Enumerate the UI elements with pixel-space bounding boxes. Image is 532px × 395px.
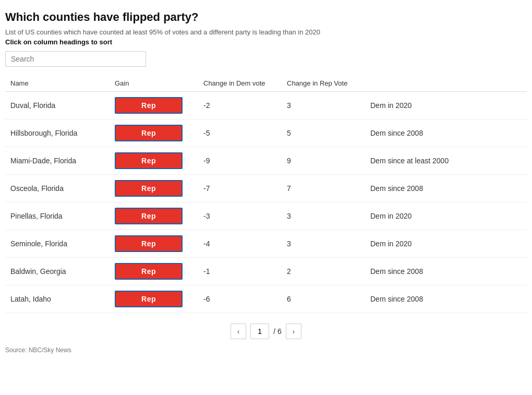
- rep-badge: Rep: [115, 125, 183, 141]
- rep-badge: Rep: [115, 235, 183, 252]
- table-row: Pinellas, FloridaRep-33Dem in 2020: [5, 202, 527, 230]
- rep-change-value: 2: [282, 258, 365, 285]
- county-history: Dem in 2020: [365, 92, 527, 119]
- county-history: Dem since 2008: [365, 285, 527, 313]
- table-row: Osceola, FloridaRep-77Dem since 2008: [5, 175, 527, 202]
- county-history: Dem since at least 2000: [365, 147, 527, 175]
- dem-change-value: -5: [198, 119, 282, 147]
- county-gain: Rep: [110, 147, 198, 175]
- county-name: Baldwin, Georgia: [5, 258, 110, 285]
- rep-change-value: 6: [282, 285, 365, 313]
- table-row: Latah, IdahoRep-66Dem since 2008: [5, 285, 527, 313]
- rep-badge: Rep: [115, 152, 183, 169]
- page-number-input[interactable]: [250, 324, 269, 339]
- rep-change-value: 3: [282, 230, 365, 258]
- pagination: ‹ / 6 ›: [5, 324, 527, 339]
- next-page-button[interactable]: ›: [286, 324, 301, 339]
- county-history: Dem in 2020: [365, 230, 527, 258]
- county-gain: Rep: [110, 230, 198, 258]
- page-total: / 6: [273, 327, 282, 336]
- rep-badge: Rep: [115, 208, 183, 224]
- county-gain: Rep: [110, 285, 198, 313]
- county-history: Dem since 2008: [365, 175, 527, 202]
- rep-change-value: 5: [282, 119, 365, 147]
- dem-change-value: -6: [198, 285, 282, 313]
- county-name: Hillsborough, Florida: [5, 119, 110, 147]
- table-row: Miami-Dade, FloridaRep-99Dem since at le…: [5, 147, 527, 175]
- page-title: Which counties have flipped party?: [5, 10, 527, 24]
- table-row: Seminole, FloridaRep-43Dem in 2020: [5, 230, 527, 258]
- col-header-rep-change[interactable]: Change in Rep Vote: [282, 75, 365, 92]
- col-header-dem-change[interactable]: Change in Dem vote: [198, 75, 282, 92]
- col-header-name[interactable]: Name: [5, 75, 110, 92]
- county-history: Dem in 2020: [365, 202, 527, 230]
- subtitle: List of US counties which have counted a…: [5, 28, 527, 36]
- county-gain: Rep: [110, 92, 198, 119]
- dem-change-value: -9: [198, 147, 282, 175]
- table-row: Duval, FloridaRep-23Dem in 2020: [5, 92, 527, 119]
- source-text: Source: NBC/Sky News: [5, 346, 527, 354]
- county-name: Miami-Dade, Florida: [5, 147, 110, 175]
- county-name: Pinellas, Florida: [5, 202, 110, 230]
- county-name: Seminole, Florida: [5, 230, 110, 258]
- county-name: Latah, Idaho: [5, 285, 110, 313]
- county-name: Osceola, Florida: [5, 175, 110, 202]
- table-row: Baldwin, GeorgiaRep-12Dem since 2008: [5, 258, 527, 285]
- sort-hint: Click on column headings to sort: [5, 38, 527, 46]
- dem-change-value: -1: [198, 258, 282, 285]
- rep-change-value: 7: [282, 175, 365, 202]
- county-history: Dem since 2008: [365, 258, 527, 285]
- rep-change-value: 3: [282, 92, 365, 119]
- search-input[interactable]: [5, 51, 146, 67]
- county-history: Dem since 2008: [365, 119, 527, 147]
- col-header-gain[interactable]: Gain: [110, 75, 198, 92]
- rep-badge: Rep: [115, 263, 183, 280]
- dem-change-value: -2: [198, 92, 282, 119]
- rep-change-value: 9: [282, 147, 365, 175]
- table-row: Hillsborough, FloridaRep-55Dem since 200…: [5, 119, 527, 147]
- dem-change-value: -7: [198, 175, 282, 202]
- rep-badge: Rep: [115, 180, 183, 197]
- county-gain: Rep: [110, 175, 198, 202]
- rep-badge: Rep: [115, 97, 183, 114]
- rep-badge: Rep: [115, 291, 183, 307]
- rep-change-value: 3: [282, 202, 365, 230]
- county-gain: Rep: [110, 258, 198, 285]
- counties-table: Name Gain Change in Dem vote Change in R…: [5, 75, 527, 313]
- dem-change-value: -4: [198, 230, 282, 258]
- dem-change-value: -3: [198, 202, 282, 230]
- col-header-history: [365, 75, 527, 92]
- county-name: Duval, Florida: [5, 92, 110, 119]
- county-gain: Rep: [110, 202, 198, 230]
- prev-page-button[interactable]: ‹: [231, 324, 246, 339]
- county-gain: Rep: [110, 119, 198, 147]
